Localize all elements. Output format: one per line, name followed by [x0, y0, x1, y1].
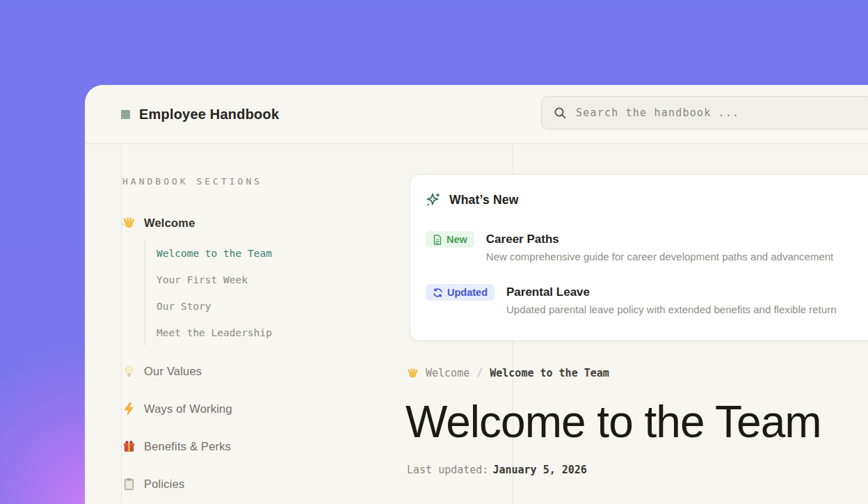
app-header: Employee Handbook	[85, 85, 868, 144]
document-icon	[433, 235, 442, 245]
last-updated-label: Last updated:	[407, 464, 488, 476]
logo-icon	[121, 110, 130, 119]
page-title: Welcome to the Team	[405, 396, 821, 448]
search-icon	[554, 107, 567, 120]
sparkle-icon	[426, 192, 441, 207]
gift-icon	[122, 440, 136, 453]
refresh-icon	[433, 288, 443, 298]
brand: Employee Handbook	[121, 85, 279, 144]
breadcrumb-section[interactable]: Welcome	[426, 367, 469, 379]
sidebar-sublist-welcome: Welcome to the Team Your First Week Our …	[145, 240, 401, 346]
status-badge-updated: Updated	[426, 284, 495, 301]
sidebar-item-label: Ways of Working	[144, 402, 232, 416]
whats-new-item-description: New comprehensive guide for career devel…	[486, 251, 833, 262]
sidebar-item-benefits-perks[interactable]: Benefits & Perks	[122, 439, 401, 454]
sidebar: HANDBOOK SECTIONS Welcome Welcome to the…	[122, 144, 401, 491]
whats-new-item-title: Career Paths	[486, 231, 833, 248]
sidebar-item-our-values[interactable]: Our Values	[122, 363, 401, 379]
status-badge-new: New	[426, 231, 474, 248]
sidebar-item-policies[interactable]: Policies	[122, 476, 401, 491]
whats-new-item-body: Career Paths New comprehensive guide for…	[486, 231, 833, 262]
whats-new-item-body: Parental Leave Updated parental leave po…	[506, 284, 836, 315]
wave-hand-icon	[122, 216, 136, 230]
vertical-divider-left	[121, 144, 122, 504]
breadcrumb-separator: /	[476, 367, 483, 379]
sidebar-item-label: Policies	[144, 478, 184, 491]
whats-new-header: What’s New	[426, 192, 868, 207]
last-updated: Last updated:January 5, 2026	[407, 464, 587, 476]
sidebar-subitem-our-story[interactable]: Our Story	[156, 293, 401, 320]
light-bulb-icon	[122, 365, 136, 378]
sidebar-heading: HANDBOOK SECTIONS	[122, 176, 401, 187]
search-box[interactable]	[541, 96, 868, 129]
whats-new-item-title: Parental Leave	[506, 284, 836, 301]
sidebar-subitem-your-first-week[interactable]: Your First Week	[156, 267, 401, 293]
lightning-bolt-icon	[122, 402, 136, 416]
sidebar-item-label: Our Values	[144, 365, 202, 378]
whats-new-item[interactable]: Updated Parental Leave Updated parental …	[426, 284, 868, 315]
sidebar-item-welcome[interactable]: Welcome	[122, 215, 401, 230]
wave-hand-icon	[407, 368, 419, 379]
app-title: Employee Handbook	[139, 107, 279, 123]
search-input[interactable]	[576, 107, 868, 119]
main-content: What’s New New Career Paths New comprehe…	[407, 144, 868, 504]
status-badge-label: New	[447, 234, 467, 245]
breadcrumb: Welcome / Welcome to the Team	[407, 367, 609, 379]
clipboard-icon	[122, 478, 136, 491]
last-updated-value: January 5, 2026	[492, 464, 586, 476]
page-body: HANDBOOK SECTIONS Welcome Welcome to the…	[85, 144, 868, 504]
whats-new-item-description: Updated parental leave policy with exten…	[506, 304, 836, 315]
whats-new-card: What’s New New Career Paths New comprehe…	[410, 174, 868, 341]
sidebar-subitem-welcome-to-the-team[interactable]: Welcome to the Team	[156, 240, 401, 267]
whats-new-title: What’s New	[449, 193, 519, 207]
app-window: Employee Handbook HANDBOOK SECTIONS Welc…	[85, 85, 868, 504]
sidebar-item-label: Welcome	[144, 216, 195, 230]
sidebar-item-label: Benefits & Perks	[144, 440, 231, 453]
breadcrumb-current-page: Welcome to the Team	[490, 367, 609, 379]
status-badge-label: Updated	[447, 287, 488, 298]
sidebar-item-ways-of-working[interactable]: Ways of Working	[122, 401, 401, 416]
whats-new-item[interactable]: New Career Paths New comprehensive guide…	[426, 231, 868, 262]
sidebar-subitem-meet-the-leadership[interactable]: Meet the Leadership	[156, 320, 401, 346]
